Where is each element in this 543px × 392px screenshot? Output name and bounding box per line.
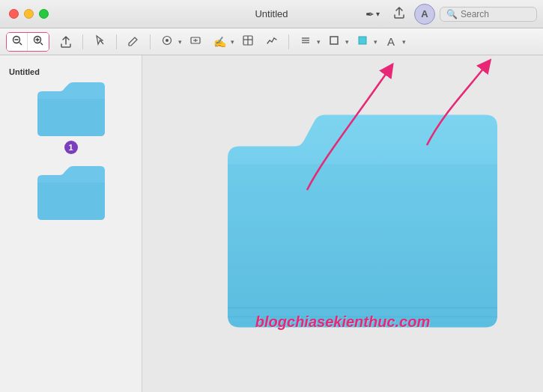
sidebar-title: Untitled: [6, 67, 136, 76]
pen-icon: ✒: [365, 8, 374, 20]
canvas-area: blogchiasekienthuc.com: [142, 55, 543, 392]
shape-chevron-icon[interactable]: ▾: [178, 38, 182, 46]
border-chevron-icon[interactable]: ▾: [345, 38, 349, 46]
folder-small-1: [37, 82, 105, 136]
fill-chevron-icon[interactable]: ▾: [374, 38, 377, 46]
border-group: ▾: [324, 31, 349, 52]
inspector-icon: A: [421, 8, 428, 19]
toolbar2: ▾ ✍ ▾ ▾: [0, 28, 543, 55]
search-input[interactable]: [461, 9, 528, 19]
watermark: blogchiasekienthuc.com: [255, 313, 430, 331]
traffic-lights: [0, 9, 49, 19]
text-group: [185, 31, 206, 52]
border-icon: [328, 34, 340, 49]
svg-rect-18: [330, 37, 338, 44]
table-button[interactable]: [237, 31, 258, 52]
svg-point-9: [166, 39, 169, 42]
align-group: ▾: [295, 31, 321, 52]
cursor-icon: [94, 34, 106, 49]
share-icon: [392, 6, 406, 22]
separator4: [288, 34, 289, 49]
zoom-in-icon: [33, 35, 43, 48]
folder-large: [228, 114, 497, 334]
edit-pen-icon: [127, 34, 139, 49]
sidebar-content: Untitled 1: [6, 64, 136, 220]
sign-icon: ✍: [213, 36, 226, 48]
border-button[interactable]: [324, 31, 345, 52]
page-thumb-1[interactable]: 1: [6, 82, 136, 154]
font-button[interactable]: A: [380, 31, 401, 52]
fill-group: ▾: [352, 31, 377, 52]
cursor-button[interactable]: [89, 31, 110, 52]
toolbar-right: ✒ ▾ A 🔍: [361, 4, 543, 25]
chevron-down-icon: ▾: [376, 10, 380, 18]
separator2: [116, 34, 117, 49]
main-area: Untitled 1: [0, 55, 543, 392]
shape-icon: [161, 34, 173, 49]
share-tb2-button[interactable]: [55, 31, 76, 52]
fill-icon: [357, 34, 368, 49]
sign-chevron-icon[interactable]: ▾: [231, 38, 234, 46]
window-title: Untitled: [255, 8, 288, 19]
minimize-button[interactable]: [24, 9, 34, 19]
zoom-out-button[interactable]: [7, 33, 28, 51]
fill-button[interactable]: [352, 31, 373, 52]
pen-tool-button[interactable]: ✒ ▾: [361, 6, 384, 22]
chart-icon: [266, 34, 278, 49]
chart-button[interactable]: [261, 31, 282, 52]
page-thumb-2[interactable]: [6, 166, 136, 220]
align-icon: [300, 34, 312, 49]
search-icon: 🔍: [446, 9, 458, 19]
sidebar: Untitled 1: [0, 55, 142, 392]
search-box: 🔍: [440, 7, 537, 22]
align-chevron-icon[interactable]: ▾: [317, 38, 321, 46]
svg-rect-19: [359, 37, 366, 44]
text-icon: [189, 34, 201, 49]
page-badge-1: 1: [64, 141, 78, 154]
zoom-group: [6, 32, 49, 52]
align-button[interactable]: [295, 31, 316, 52]
share-button[interactable]: [389, 6, 410, 22]
separator3: [150, 34, 151, 49]
svg-line-6: [40, 43, 43, 45]
folder-small-2: [37, 166, 105, 220]
text-button[interactable]: [185, 31, 206, 52]
shape-group: ▾: [157, 31, 182, 52]
zoom-out-icon: [12, 35, 22, 48]
sign-button[interactable]: ✍: [209, 31, 230, 52]
title-bar: Untitled ✒ ▾ A 🔍: [0, 0, 543, 28]
font-group: A ▾: [380, 31, 406, 52]
close-button[interactable]: [9, 9, 19, 19]
table-icon: [242, 34, 254, 49]
sign-group: ✍ ▾: [209, 31, 234, 52]
separator1: [82, 34, 83, 49]
shape-button[interactable]: [157, 31, 178, 52]
edit-pen-button[interactable]: [123, 31, 144, 52]
font-chevron-icon[interactable]: ▾: [402, 38, 406, 46]
svg-line-2: [19, 43, 22, 45]
zoom-in-button[interactable]: [28, 33, 49, 51]
fullscreen-button[interactable]: [39, 9, 49, 19]
font-icon: A: [387, 35, 395, 48]
inspector-button[interactable]: A: [414, 4, 435, 25]
